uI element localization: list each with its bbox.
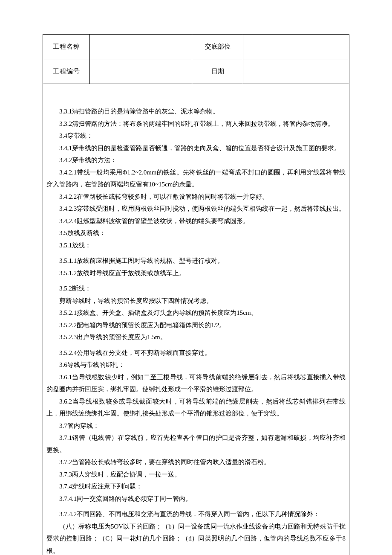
para-3-4-1: 3.4,1穿带线的目的是检查管路是否畅通，管路的走向及盒、箱的位置是否符合设计及… [46, 142, 346, 154]
label-disclosure-part: 交底部位 [192, 35, 243, 59]
label-project-number: 工程编号 [43, 59, 90, 84]
document-body: 3.3.1清扫管路的目的是清除管路中的灰尘、泥水等杂物。 3.3.2清扫管路的方… [43, 84, 349, 555]
para-3-3-2: 3.3.2清扫管路的方法：将布条的两端牢固的绑扎在带线上，两人来回拉动带线，将管… [46, 118, 346, 130]
para-3-5-1-1: 3.5.1.1放线前应根据施工图对导线的规格、型号进行核对。 [46, 255, 346, 267]
para-3-5-2: 3.5.2断线： [46, 282, 346, 295]
para-3-7-2: 3.7.2当管路较长或转弯较多时，要在穿线的同时往管内吹入适量的滑石粉。 [46, 456, 346, 468]
para-3-5-2-4: 3.5.2.4公用导线在分支处，可不剪断导线而直接穿过。 [46, 347, 346, 359]
para-3-4-2-4: 3.4,2.4阻燃型塑料波纹管的管壁呈波纹状，带线的端头要弯成圆形。 [46, 215, 346, 227]
para-3-4-2: 3.4.2穿带线的方法： [46, 154, 346, 166]
para-3-5-1: 3.5.1放线： [46, 239, 346, 252]
value-project-name [90, 35, 192, 59]
spacer [46, 251, 346, 255]
para-3-6-1: 3.6.1当导线根数较少时，例如二至三根导线，可将导线前端的绝缘层削去，然后将线… [46, 371, 346, 395]
document-page: 工程名称 交底部位 工程编号 日期 3.3.1清扫管路的目的是清除管路中的灰尘、… [0, 0, 392, 555]
value-date [243, 59, 349, 84]
para-3-4-2-2: 3.4.2.2在管路较长或转弯较多时，可以在敷设管路的同时将带线一并穿好。 [46, 191, 346, 203]
spacer [46, 279, 346, 282]
para-3-5-2-2: 3.5.2.2配电箱内导线的预留长度应为配电箱箱体周长的1/2。 [46, 319, 346, 331]
para-3-7-3: 3.7.3两人穿线时，应配合协调，一拉一送。 [46, 468, 346, 481]
label-project-name: 工程名称 [43, 35, 90, 59]
para-3-5: 3.5放线及断线： [46, 227, 346, 239]
header-row-1: 工程名称 交底部位 [43, 35, 349, 59]
spacer [46, 505, 346, 508]
para-3-5-2-1: 3.5.2.1接线盒、开关盒、插销盒及灯头盒内导线的预留长度应为15cm。 [46, 307, 346, 319]
header-row-2: 工程编号 日期 [43, 59, 349, 84]
para-3-4-2-3: 3.4.2.3穿带线受阻时，应用两根铁丝同时搅动，使两根铁丝的端头互相钩绞在一起… [46, 203, 346, 215]
para-3-6: 3.6导线与带线的绑扎： [46, 359, 346, 371]
para-3-6-2: 3.6.2当导线根数较多或导线截面较大时，可将导线前端的绝缘层削去，然后将线芯斜… [46, 395, 346, 420]
para-3-5-2-intro: 剪断导线时，导线的预留长度应按以下四种情况考虑。 [46, 295, 346, 307]
para-3-7-4-2: 3.7.4.2不同回路、不同电压和交流与直流的导线，不得穿入同一管内，但以下几种… [46, 508, 346, 520]
para-3-7-4-1: 3.7.4.1同一交流回路的导线必须穿于同一管内。 [46, 493, 346, 505]
para-3-7-1: 3.7.1钢管（电线管）在穿线前，应首先检查各个管口的护口是否齐整，如有遗漏和破… [46, 432, 346, 456]
para-3-7: 3.7管内穿线： [46, 420, 346, 432]
header-table: 工程名称 交底部位 工程编号 日期 [43, 34, 349, 84]
para-3-4-2-1: 3.4.2.1带线一般均采用Φ1.2~2.0mm的铁丝。先将铁丝的一端弯成不封口… [46, 166, 346, 191]
value-disclosure-part [243, 35, 349, 59]
para-3-4: 3.4穿带线： [46, 130, 346, 142]
label-date: 日期 [192, 59, 243, 84]
para-3-3-1: 3.3.1清扫管路的目的是清除管路中的灰尘、泥水等杂物。 [46, 105, 346, 118]
para-3-7-4-2-list: （八）标称电压为5OV以下的回路；（b）同一设备或同一流水作业线设备的电力回路和… [46, 520, 346, 555]
para-3-7-4: 3.7.4穿线时应注意下列问题： [46, 480, 346, 493]
value-project-number [90, 59, 192, 84]
para-3-5-1-2: 3.5.1.2放线时导线应置于放线架或放线车上。 [46, 267, 346, 279]
spacer [46, 343, 346, 347]
para-3-5-2-3: 3.5.2.3出户导线的预留长度应为1.5m。 [46, 331, 346, 343]
